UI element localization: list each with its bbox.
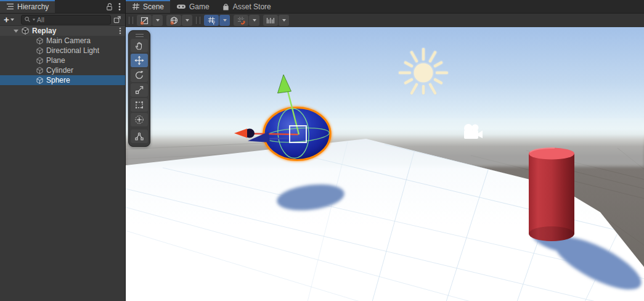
item-label: Directional Light [46,46,99,55]
render-mode-icon [140,16,149,25]
scale-icon [134,85,144,95]
unity-editor-window: Hierarchy + [0,0,644,301]
item-label: Cylinder [46,66,73,75]
item-label: Plane [46,56,65,65]
scene-row-replay[interactable]: Replay [0,26,125,36]
gameobject-cube-icon [36,47,44,55]
transform-tool-button[interactable] [131,113,148,126]
scene-visibility-globe-icon [169,16,179,25]
chevron-down-icon [282,19,286,22]
create-button[interactable]: + [4,15,14,24]
create-dropdown-icon [10,19,14,21]
rotate-icon [134,70,144,80]
chevron-down-icon [223,19,227,22]
search-placeholder: All [37,16,44,23]
scene-panel: Scene Game Asset Store [125,0,644,301]
hierarchy-toolbar: + All [0,14,125,26]
create-button-label: + [4,15,9,24]
toolbar-drag-handle[interactable] [196,17,200,24]
snap-increment-button[interactable] [263,15,278,26]
scene-grid-icon [132,2,140,10]
gizmo-plane-handle[interactable] [290,126,306,142]
item-label: Sphere [46,76,70,85]
scene-options-icon[interactable] [119,27,121,35]
scene-render [126,27,644,301]
snap-settings-dropdown[interactable] [249,15,259,26]
gameobject-cube-icon [36,67,44,75]
scene-view-toolbar: Y [126,14,644,27]
scene-visibility-dropdown[interactable] [182,15,192,26]
scene-viewport[interactable] [126,27,644,301]
gameobject-cube-icon [36,57,44,65]
search-icon [24,16,31,23]
rect-icon [134,100,144,110]
hierarchy-tab-label: Hierarchy [17,2,49,11]
hierarchy-tree: Replay Main Camera [0,26,125,301]
grid-visibility-button[interactable]: Y [204,15,219,26]
tools-overlay [128,30,150,147]
hand-icon [134,41,144,51]
scale-tool-button[interactable] [131,83,148,97]
gameobject-cube-icon [36,76,44,85]
hierarchy-panel: Hierarchy + [0,0,125,301]
hierarchy-item-main-camera[interactable]: Main Camera [0,36,125,46]
cylinder-object[interactable] [529,148,574,242]
hierarchy-tabbar: Hierarchy [0,0,125,14]
tabbar-spacer [55,0,100,13]
tab-game-label: Game [189,2,210,11]
snap-increment-dropdown[interactable] [279,15,289,26]
snap-magnet-icon [237,16,246,25]
tab-scene-label: Scene [143,2,164,11]
snap-settings-button[interactable] [234,15,248,26]
item-label: Main Camera [46,36,91,45]
view-hand-tool-button[interactable] [131,39,148,52]
foldout-icon[interactable] [14,30,18,33]
scene-visibility-button[interactable] [166,15,181,26]
chevron-down-icon [185,19,189,22]
grid-axis-icon: Y [207,16,216,25]
hierarchy-item-sphere-selected[interactable]: Sphere [0,75,125,85]
tab-scene[interactable]: Scene [126,0,170,13]
lock-icon[interactable] [105,2,113,11]
move-tool-button[interactable] [131,54,148,67]
rect-tool-button[interactable] [131,98,148,112]
tools-drag-handle[interactable] [136,34,144,37]
tab-game[interactable]: Game [170,0,216,13]
scene-asset-icon [21,27,30,35]
hierarchy-item-cylinder[interactable]: Cylinder [0,65,125,75]
scene-name: Replay [32,27,56,35]
snap-increment-ruler-icon [266,16,275,25]
hierarchy-item-directional-light[interactable]: Directional Light [0,46,125,56]
chevron-down-icon [253,19,256,22]
move-icon [134,56,144,65]
grid-visibility-dropdown[interactable] [219,15,230,26]
tab-asset-store-label: Asset Store [233,2,271,11]
scene-tabbar: Scene Game Asset Store [126,0,644,14]
hierarchy-menu-icon[interactable] [118,2,121,11]
search-input[interactable]: All [21,15,111,25]
custom-editor-tool-button[interactable] [131,130,148,143]
grid-axis-label: Y [212,21,215,25]
chevron-down-icon [156,19,160,22]
hierarchy-item-plane[interactable]: Plane [0,56,125,65]
gameobject-cube-icon [36,37,44,45]
asset-store-bag-icon [222,2,230,11]
render-mode-button[interactable] [137,15,152,26]
tabbar-spacer [277,0,644,13]
render-mode-dropdown[interactable] [152,15,163,26]
tab-asset-store[interactable]: Asset Store [216,0,277,13]
transform-icon [134,115,144,125]
rotate-tool-button[interactable] [131,68,148,82]
hierarchy-icon [6,2,14,10]
popout-icon[interactable] [113,15,121,24]
game-controller-icon [176,2,186,10]
tab-hierarchy[interactable]: Hierarchy [0,0,55,13]
custom-tool-icon [134,131,144,141]
toolbar-drag-handle[interactable] [129,17,133,24]
search-filter-dropdown-icon [33,19,35,20]
